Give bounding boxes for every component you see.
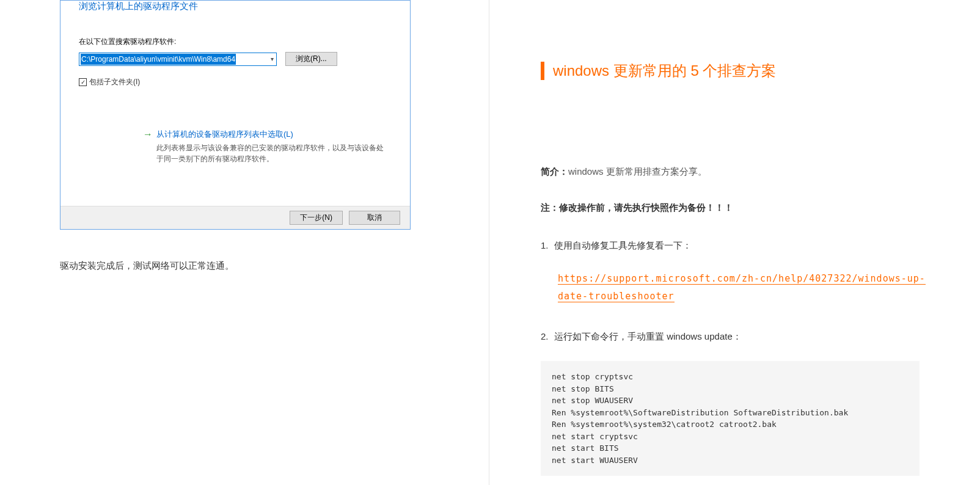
troubleshooter-link[interactable]: https://support.microsoft.com/zh-cn/help…: [558, 270, 932, 305]
pick-title: 从计算机的设备驱动程序列表中选取(L): [156, 129, 293, 140]
dialog-title: 浏览计算机上的驱动程序文件: [79, 1, 392, 12]
right-column: windows 更新常用的 5 个排查方案 简介：windows 更新常用排查方…: [541, 61, 932, 485]
step-number: 1.: [541, 238, 554, 253]
heading-accent-bar: [541, 62, 544, 80]
next-button[interactable]: 下一步(N): [290, 211, 343, 225]
include-subfolders-label: 包括子文件夹(I): [89, 77, 140, 87]
intro-line: 简介：windows 更新常用排查方案分享。: [541, 166, 932, 178]
driver-dialog: 浏览计算机上的驱动程序文件 在以下位置搜索驱动程序软件: C:\ProgramD…: [60, 0, 411, 230]
pick-desc: 此列表将显示与该设备兼容的已安装的驱动程序软件，以及与该设备处于同一类别下的所有…: [156, 142, 390, 164]
step-1: 1.使用自动修复工具先修复看一下：: [541, 238, 932, 253]
intro-label: 简介：: [541, 166, 568, 177]
checkbox-checked-icon[interactable]: ✓: [79, 78, 87, 86]
path-row: C:\ProgramData\aliyun\vminit\kvm\Win8\am…: [79, 52, 392, 66]
link-line-2: date-troubleshooter: [558, 291, 675, 302]
intro-text: windows 更新常用排查方案分享。: [568, 166, 707, 177]
search-label: 在以下位置搜索驱动程序软件:: [79, 37, 392, 47]
path-combobox[interactable]: C:\ProgramData\aliyun\vminit\kvm\Win8\am…: [79, 53, 277, 66]
arrow-right-icon: →: [143, 129, 153, 140]
pick-row: → 从计算机的设备驱动程序列表中选取(L): [143, 129, 390, 140]
heading-title: windows 更新常用的 5 个排查方案: [553, 61, 776, 81]
step-number: 2.: [541, 329, 554, 344]
column-divider: [489, 0, 489, 485]
step-2-text: 运行如下命令行，手动重置 windows update：: [554, 331, 742, 341]
article-heading: windows 更新常用的 5 个排查方案: [541, 61, 932, 81]
browse-button[interactable]: 浏览(R)...: [285, 52, 337, 66]
chevron-down-icon: ▾: [271, 56, 274, 62]
step-2: 2.运行如下命令行，手动重置 windows update：: [541, 329, 932, 344]
path-value: C:\ProgramData\aliyun\vminit\kvm\Win8\am…: [81, 54, 236, 65]
cancel-button[interactable]: 取消: [349, 211, 400, 225]
left-column: 浏览计算机上的驱动程序文件 在以下位置搜索驱动程序软件: C:\ProgramD…: [60, 0, 439, 272]
pick-from-list-block[interactable]: → 从计算机的设备驱动程序列表中选取(L) 此列表将显示与该设备兼容的已安装的驱…: [143, 129, 390, 164]
note-line: 注：修改操作前，请先执行快照作为备份！！！: [541, 202, 932, 214]
left-caption: 驱动安装完成后，测试网络可以正常连通。: [60, 260, 439, 272]
step-1-text: 使用自动修复工具先修复看一下：: [554, 240, 692, 250]
code-block: net stop cryptsvc net stop BITS net stop…: [541, 361, 920, 476]
include-subfolders-row[interactable]: ✓ 包括子文件夹(I): [79, 77, 392, 87]
link-line-1: https://support.microsoft.com/zh-cn/help…: [558, 273, 926, 285]
dialog-body: 浏览计算机上的驱动程序文件 在以下位置搜索驱动程序软件: C:\ProgramD…: [60, 1, 410, 206]
dialog-footer: 下一步(N) 取消: [60, 206, 410, 229]
